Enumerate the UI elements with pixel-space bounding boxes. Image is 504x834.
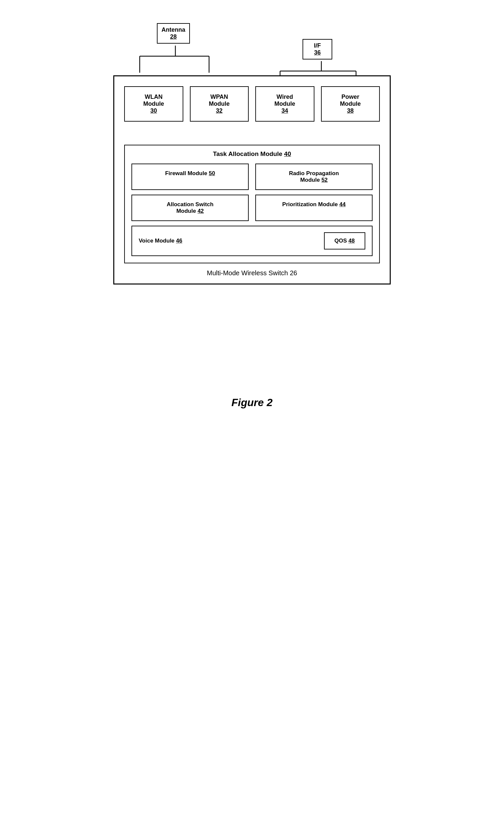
antenna-label: Antenna	[161, 26, 185, 34]
sub-modules-grid: Firewall Module 50 Radio Propagation Mod…	[132, 163, 372, 256]
wpan-module: WPAN Module 32	[190, 86, 249, 122]
prioritization-module: Prioritization Module 44	[255, 195, 372, 221]
task-title: Task Allocation Module 40	[132, 150, 372, 158]
antenna-box: Antenna 28	[157, 23, 190, 44]
main-box-label: Multi-Mode Wireless Switch 26	[124, 269, 380, 277]
if-number: 36	[307, 49, 328, 56]
voice-module: Voice Module 46	[139, 238, 317, 244]
wired-module: Wired Module 34	[255, 86, 315, 122]
antenna-number: 28	[161, 34, 185, 40]
main-outer-box: WLAN Module 30 WPAN Module 32 Wired Modu…	[113, 75, 391, 285]
figure-caption: Figure 2	[231, 396, 273, 409]
arrow-spacer	[124, 122, 380, 145]
allocation-switch-module: Allocation Switch Module 42	[132, 195, 249, 221]
if-label: I/F	[307, 42, 328, 49]
task-allocation-box: Task Allocation Module 40 Firewall Modul…	[124, 145, 380, 263]
voice-row: Voice Module 46 QOS 48	[132, 226, 372, 256]
sub-row-2: Allocation Switch Module 42 Prioritizati…	[132, 195, 372, 221]
power-module: Power Module 38	[321, 86, 380, 122]
qos-module: QOS 48	[324, 232, 365, 249]
if-box: I/F 36	[302, 39, 332, 60]
top-modules-row: WLAN Module 30 WPAN Module 32 Wired Modu…	[124, 86, 380, 122]
radio-propagation-module: Radio Propagation Module 52	[255, 163, 372, 190]
sub-row-1: Firewall Module 50 Radio Propagation Mod…	[132, 163, 372, 190]
wlan-module: WLAN Module 30	[124, 86, 183, 122]
firewall-module: Firewall Module 50	[132, 163, 249, 190]
